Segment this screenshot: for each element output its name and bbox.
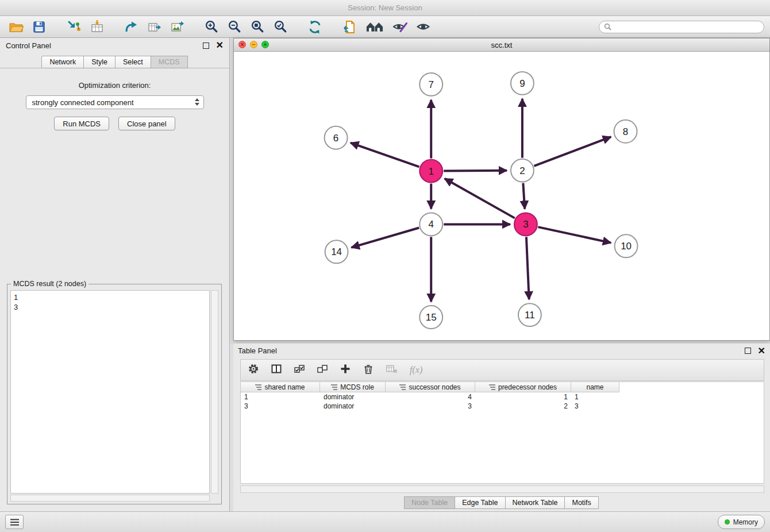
export-table-button[interactable] [144,18,164,36]
import-network-button[interactable] [63,18,84,36]
delete-table-button[interactable] [386,363,398,377]
graph-node-14[interactable]: 14 [325,240,348,263]
window-close-button[interactable]: × [238,41,246,48]
zoom-fit-button[interactable] [247,18,268,36]
vertical-scrollbar[interactable] [211,290,218,494]
cell-predecessor-nodes[interactable]: 1 [475,392,571,402]
column-header-predecessor-nodes[interactable]: predecessor nodes [475,382,571,392]
horizontal-scrollbar[interactable] [10,495,210,502]
window-zoom-button[interactable]: + [261,41,269,48]
network-canvas[interactable]: 7968124314101511 [234,51,769,340]
first-neighbors-button[interactable] [362,18,387,36]
graph-edge-1-2[interactable] [444,171,507,171]
search-input[interactable] [615,22,759,32]
graph-edge-3-11[interactable] [526,237,529,299]
export-image-button[interactable] [167,18,187,36]
export-network-button[interactable] [121,18,141,36]
column-header-name[interactable]: name [571,382,619,392]
search-box[interactable] [599,21,764,33]
graph-node-4[interactable]: 4 [419,213,442,236]
mcds-result-list[interactable]: 1 3 [10,290,210,494]
table-panel: Table Panel ✕ [233,344,770,511]
network-window-titlebar[interactable]: × − + scc.txt [234,38,769,52]
column-header-mcds-role[interactable]: MCDS role [320,382,386,392]
graph-edge-2-3[interactable] [523,183,525,209]
table-row[interactable]: 1 dominator 4 1 1 [241,392,764,402]
cell-mcds-role[interactable]: dominator [320,392,386,402]
graph-node-2[interactable]: 2 [511,159,534,182]
cell-name[interactable]: 3 [571,402,619,411]
graph-edge-2-8[interactable] [534,137,611,166]
horizontal-scrollbar[interactable] [240,485,764,493]
graph-node-7[interactable]: 7 [419,73,442,96]
graph-node-11[interactable]: 11 [518,303,541,326]
window-minimize-button[interactable]: − [250,41,257,48]
run-mcds-button[interactable]: Run MCDS [54,117,109,130]
zoom-in-button[interactable] [201,18,222,36]
memory-button[interactable]: Memory [718,515,765,529]
close-panel-icon[interactable]: ✕ [216,41,224,49]
tab-style[interactable]: Style [83,56,116,68]
criterion-dropdown[interactable]: strongly connected component [26,95,204,109]
graph-edge-3-1[interactable] [445,179,515,218]
save-session-button[interactable] [29,18,49,36]
function-builder-button[interactable]: f(x) [410,365,422,375]
close-panel-button[interactable]: Close panel [118,117,175,130]
graph-node-6[interactable]: 6 [325,126,348,149]
zoom-in-icon [205,20,219,34]
hide-details-button[interactable] [390,18,410,36]
apply-preferred-layout-button[interactable] [305,18,325,36]
graph-node-label: 2 [519,165,525,176]
tab-node-table[interactable]: Node Table [404,496,455,509]
task-history-button[interactable] [5,515,24,529]
select-all-button[interactable] [294,363,305,377]
column-header-shared-name[interactable]: shared name [241,382,320,392]
close-table-panel-icon[interactable]: ✕ [758,347,765,355]
cell-mcds-role[interactable]: dominator [320,402,386,411]
tab-edge-table[interactable]: Edge Table [455,496,505,509]
column-header-successor-nodes[interactable]: successor nodes [386,382,475,392]
graph-node-8[interactable]: 8 [614,120,637,143]
float-panel-icon[interactable] [203,43,209,49]
zoom-selected-button[interactable] [270,18,291,36]
tab-select[interactable]: Select [115,56,151,68]
float-table-panel-icon[interactable] [745,348,751,354]
open-file-button[interactable] [6,18,26,36]
graph-edge-1-6[interactable] [351,143,419,167]
cell-name[interactable]: 1 [571,392,619,402]
graph-node-9[interactable]: 9 [511,72,534,95]
graph-node-1[interactable]: 1 [419,160,442,183]
add-column-button[interactable] [340,363,351,377]
tab-motifs[interactable]: Motifs [564,496,598,509]
tab-network-table[interactable]: Network Table [505,496,565,509]
delete-column-button[interactable] [363,363,374,377]
tab-mcds[interactable]: MCDS [151,56,188,68]
cell-predecessor-nodes[interactable]: 2 [475,402,571,411]
tab-network[interactable]: Network [41,56,84,68]
show-details-button[interactable] [413,18,433,36]
import-table-button[interactable] [86,18,107,36]
memory-status-icon [725,519,730,525]
table-row[interactable]: 3 dominator 3 2 3 [241,402,764,411]
graph-node-label: 4 [429,219,434,230]
cell-shared-name[interactable]: 3 [241,402,320,411]
application-window: Session: New Session [0,0,770,532]
refresh-arrows-icon [307,20,322,34]
graph-edge-3-10[interactable] [538,227,611,243]
table-settings-button[interactable] [248,363,259,377]
columns-icon [271,363,282,375]
graph-node-10[interactable]: 10 [615,234,638,257]
graph-node-label: 7 [429,79,434,90]
graph-edge-4-14[interactable] [351,228,419,247]
graph-node-3[interactable]: 3 [514,213,537,236]
zoom-out-button[interactable] [224,18,245,36]
graph-node-label: 8 [623,126,628,137]
column-visibility-button[interactable] [271,363,282,377]
deselect-all-button[interactable] [317,363,328,377]
cell-successor-nodes[interactable]: 3 [386,402,475,411]
cell-successor-nodes[interactable]: 4 [386,392,475,402]
import-from-document-button[interactable] [339,18,360,36]
houses-icon [365,20,384,34]
cell-shared-name[interactable]: 1 [241,392,320,402]
graph-node-15[interactable]: 15 [419,306,442,329]
